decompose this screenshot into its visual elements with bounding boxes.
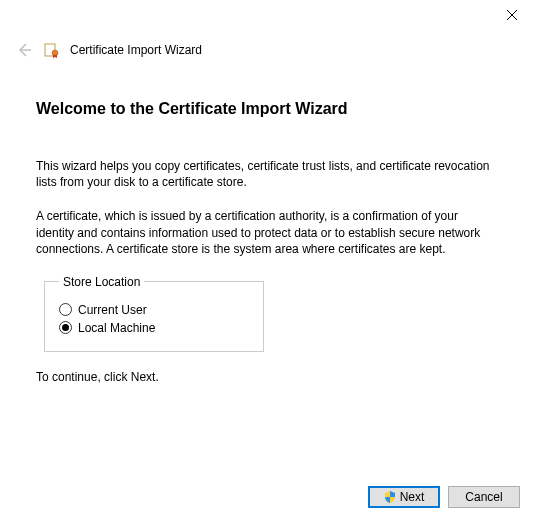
radio-label-current-user: Current User <box>78 303 147 317</box>
titlebar <box>0 0 534 30</box>
radio-icon <box>59 321 72 334</box>
wizard-content: Welcome to the Certificate Import Wizard… <box>0 70 534 384</box>
intro-paragraph: This wizard helps you copy certificates,… <box>36 158 498 190</box>
close-button[interactable] <box>489 0 534 30</box>
radio-label-local-machine: Local Machine <box>78 321 155 335</box>
button-bar: Next Cancel <box>368 486 520 508</box>
window-title: Certificate Import Wizard <box>70 43 202 57</box>
continue-hint: To continue, click Next. <box>36 370 498 384</box>
cancel-button-label: Cancel <box>465 490 502 504</box>
store-location-legend: Store Location <box>59 275 144 289</box>
uac-shield-icon <box>384 491 396 503</box>
certificate-icon <box>44 42 60 58</box>
radio-icon <box>59 303 72 316</box>
store-location-group: Store Location Current User Local Machin… <box>44 275 264 352</box>
back-arrow-icon <box>16 42 32 58</box>
wizard-header: Certificate Import Wizard <box>0 30 534 70</box>
next-button[interactable]: Next <box>368 486 440 508</box>
radio-local-machine[interactable]: Local Machine <box>59 321 249 335</box>
cancel-button[interactable]: Cancel <box>448 486 520 508</box>
radio-current-user[interactable]: Current User <box>59 303 249 317</box>
close-icon <box>507 10 517 20</box>
welcome-heading: Welcome to the Certificate Import Wizard <box>36 100 498 118</box>
next-button-label: Next <box>400 490 425 504</box>
back-button[interactable] <box>14 40 34 60</box>
explanation-paragraph: A certificate, which is issued by a cert… <box>36 208 498 257</box>
